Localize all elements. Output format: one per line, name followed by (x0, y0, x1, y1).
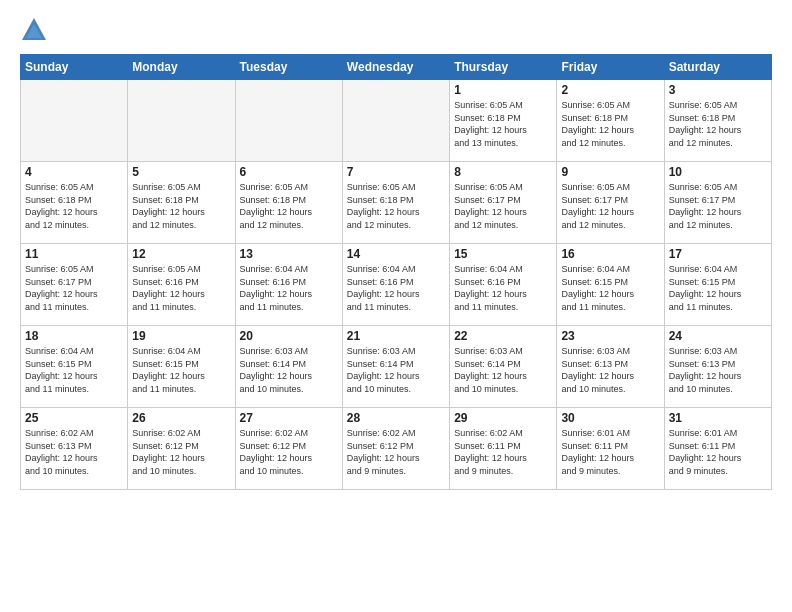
day-number: 7 (347, 165, 445, 179)
day-number: 24 (669, 329, 767, 343)
cell-info: Sunrise: 6:03 AM Sunset: 6:14 PM Dayligh… (347, 345, 445, 395)
cell-info: Sunrise: 6:03 AM Sunset: 6:13 PM Dayligh… (669, 345, 767, 395)
calendar-cell: 18Sunrise: 6:04 AM Sunset: 6:15 PM Dayli… (21, 326, 128, 408)
cell-info: Sunrise: 6:05 AM Sunset: 6:18 PM Dayligh… (25, 181, 123, 231)
calendar-cell: 2Sunrise: 6:05 AM Sunset: 6:18 PM Daylig… (557, 80, 664, 162)
day-number: 27 (240, 411, 338, 425)
day-number: 16 (561, 247, 659, 261)
cell-info: Sunrise: 6:04 AM Sunset: 6:15 PM Dayligh… (669, 263, 767, 313)
weekday-header-thursday: Thursday (450, 55, 557, 80)
calendar-cell: 25Sunrise: 6:02 AM Sunset: 6:13 PM Dayli… (21, 408, 128, 490)
day-number: 15 (454, 247, 552, 261)
weekday-header-sunday: Sunday (21, 55, 128, 80)
calendar-cell: 19Sunrise: 6:04 AM Sunset: 6:15 PM Dayli… (128, 326, 235, 408)
week-row-2: 4Sunrise: 6:05 AM Sunset: 6:18 PM Daylig… (21, 162, 772, 244)
calendar-cell: 27Sunrise: 6:02 AM Sunset: 6:12 PM Dayli… (235, 408, 342, 490)
cell-info: Sunrise: 6:02 AM Sunset: 6:12 PM Dayligh… (347, 427, 445, 477)
calendar-cell: 22Sunrise: 6:03 AM Sunset: 6:14 PM Dayli… (450, 326, 557, 408)
week-row-3: 11Sunrise: 6:05 AM Sunset: 6:17 PM Dayli… (21, 244, 772, 326)
day-number: 17 (669, 247, 767, 261)
day-number: 2 (561, 83, 659, 97)
calendar-cell: 24Sunrise: 6:03 AM Sunset: 6:13 PM Dayli… (664, 326, 771, 408)
cell-info: Sunrise: 6:01 AM Sunset: 6:11 PM Dayligh… (669, 427, 767, 477)
calendar-cell (235, 80, 342, 162)
day-number: 10 (669, 165, 767, 179)
calendar-cell: 7Sunrise: 6:05 AM Sunset: 6:18 PM Daylig… (342, 162, 449, 244)
logo-icon (20, 16, 48, 44)
week-row-5: 25Sunrise: 6:02 AM Sunset: 6:13 PM Dayli… (21, 408, 772, 490)
header (20, 16, 772, 44)
day-number: 8 (454, 165, 552, 179)
cell-info: Sunrise: 6:04 AM Sunset: 6:15 PM Dayligh… (561, 263, 659, 313)
cell-info: Sunrise: 6:04 AM Sunset: 6:16 PM Dayligh… (347, 263, 445, 313)
day-number: 19 (132, 329, 230, 343)
calendar-cell: 3Sunrise: 6:05 AM Sunset: 6:18 PM Daylig… (664, 80, 771, 162)
day-number: 25 (25, 411, 123, 425)
calendar-cell: 20Sunrise: 6:03 AM Sunset: 6:14 PM Dayli… (235, 326, 342, 408)
cell-info: Sunrise: 6:05 AM Sunset: 6:18 PM Dayligh… (132, 181, 230, 231)
day-number: 5 (132, 165, 230, 179)
calendar-cell (128, 80, 235, 162)
cell-info: Sunrise: 6:02 AM Sunset: 6:13 PM Dayligh… (25, 427, 123, 477)
calendar-cell: 8Sunrise: 6:05 AM Sunset: 6:17 PM Daylig… (450, 162, 557, 244)
calendar-cell: 4Sunrise: 6:05 AM Sunset: 6:18 PM Daylig… (21, 162, 128, 244)
calendar-cell: 1Sunrise: 6:05 AM Sunset: 6:18 PM Daylig… (450, 80, 557, 162)
day-number: 13 (240, 247, 338, 261)
cell-info: Sunrise: 6:05 AM Sunset: 6:18 PM Dayligh… (669, 99, 767, 149)
cell-info: Sunrise: 6:05 AM Sunset: 6:18 PM Dayligh… (561, 99, 659, 149)
day-number: 11 (25, 247, 123, 261)
cell-info: Sunrise: 6:04 AM Sunset: 6:16 PM Dayligh… (454, 263, 552, 313)
cell-info: Sunrise: 6:01 AM Sunset: 6:11 PM Dayligh… (561, 427, 659, 477)
calendar-cell: 29Sunrise: 6:02 AM Sunset: 6:11 PM Dayli… (450, 408, 557, 490)
day-number: 31 (669, 411, 767, 425)
day-number: 18 (25, 329, 123, 343)
calendar-cell: 30Sunrise: 6:01 AM Sunset: 6:11 PM Dayli… (557, 408, 664, 490)
cell-info: Sunrise: 6:02 AM Sunset: 6:12 PM Dayligh… (240, 427, 338, 477)
calendar-cell: 11Sunrise: 6:05 AM Sunset: 6:17 PM Dayli… (21, 244, 128, 326)
calendar-cell: 16Sunrise: 6:04 AM Sunset: 6:15 PM Dayli… (557, 244, 664, 326)
calendar-cell: 21Sunrise: 6:03 AM Sunset: 6:14 PM Dayli… (342, 326, 449, 408)
day-number: 20 (240, 329, 338, 343)
cell-info: Sunrise: 6:05 AM Sunset: 6:17 PM Dayligh… (561, 181, 659, 231)
cell-info: Sunrise: 6:05 AM Sunset: 6:17 PM Dayligh… (669, 181, 767, 231)
weekday-header-tuesday: Tuesday (235, 55, 342, 80)
day-number: 14 (347, 247, 445, 261)
day-number: 12 (132, 247, 230, 261)
calendar-cell: 9Sunrise: 6:05 AM Sunset: 6:17 PM Daylig… (557, 162, 664, 244)
cell-info: Sunrise: 6:05 AM Sunset: 6:18 PM Dayligh… (347, 181, 445, 231)
day-number: 9 (561, 165, 659, 179)
calendar-cell: 17Sunrise: 6:04 AM Sunset: 6:15 PM Dayli… (664, 244, 771, 326)
weekday-header-wednesday: Wednesday (342, 55, 449, 80)
calendar-cell: 28Sunrise: 6:02 AM Sunset: 6:12 PM Dayli… (342, 408, 449, 490)
calendar-cell: 6Sunrise: 6:05 AM Sunset: 6:18 PM Daylig… (235, 162, 342, 244)
calendar-cell (342, 80, 449, 162)
cell-info: Sunrise: 6:03 AM Sunset: 6:14 PM Dayligh… (454, 345, 552, 395)
calendar-cell: 12Sunrise: 6:05 AM Sunset: 6:16 PM Dayli… (128, 244, 235, 326)
day-number: 4 (25, 165, 123, 179)
logo (20, 16, 52, 44)
cell-info: Sunrise: 6:03 AM Sunset: 6:14 PM Dayligh… (240, 345, 338, 395)
day-number: 29 (454, 411, 552, 425)
day-number: 6 (240, 165, 338, 179)
day-number: 30 (561, 411, 659, 425)
cell-info: Sunrise: 6:02 AM Sunset: 6:12 PM Dayligh… (132, 427, 230, 477)
day-number: 23 (561, 329, 659, 343)
weekday-header-monday: Monday (128, 55, 235, 80)
calendar-cell: 26Sunrise: 6:02 AM Sunset: 6:12 PM Dayli… (128, 408, 235, 490)
calendar-cell: 31Sunrise: 6:01 AM Sunset: 6:11 PM Dayli… (664, 408, 771, 490)
day-number: 22 (454, 329, 552, 343)
day-number: 3 (669, 83, 767, 97)
weekday-header-friday: Friday (557, 55, 664, 80)
calendar-cell: 23Sunrise: 6:03 AM Sunset: 6:13 PM Dayli… (557, 326, 664, 408)
calendar-cell: 13Sunrise: 6:04 AM Sunset: 6:16 PM Dayli… (235, 244, 342, 326)
cell-info: Sunrise: 6:04 AM Sunset: 6:15 PM Dayligh… (25, 345, 123, 395)
cell-info: Sunrise: 6:05 AM Sunset: 6:17 PM Dayligh… (454, 181, 552, 231)
weekday-header-row: SundayMondayTuesdayWednesdayThursdayFrid… (21, 55, 772, 80)
day-number: 28 (347, 411, 445, 425)
cell-info: Sunrise: 6:05 AM Sunset: 6:18 PM Dayligh… (240, 181, 338, 231)
day-number: 26 (132, 411, 230, 425)
cell-info: Sunrise: 6:02 AM Sunset: 6:11 PM Dayligh… (454, 427, 552, 477)
calendar-cell: 15Sunrise: 6:04 AM Sunset: 6:16 PM Dayli… (450, 244, 557, 326)
cell-info: Sunrise: 6:05 AM Sunset: 6:17 PM Dayligh… (25, 263, 123, 313)
cell-info: Sunrise: 6:03 AM Sunset: 6:13 PM Dayligh… (561, 345, 659, 395)
